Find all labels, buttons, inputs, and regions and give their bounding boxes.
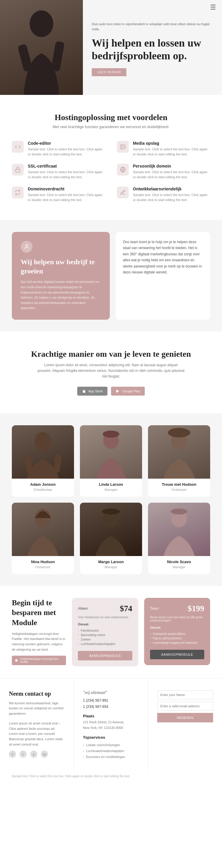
grow-info-text: Ons team komt je te hulp om je te helpen… [123, 239, 203, 275]
footer-section: Sample text. Click to select the text bo… [0, 772, 222, 784]
feature-persoonlijk-domein: Persoonlijk domein Sample text. Click to… [117, 164, 210, 179]
pricing-left: Begin tijd te besparen met Module Veilig… [12, 598, 66, 665]
grow-info: Ons team komt je te hulp om je te helpen… [116, 232, 210, 320]
team-price: $199 [188, 604, 204, 613]
team-card-trouw: Trouw met Hudson Ontwerper [148, 425, 210, 497]
hero-button[interactable]: LEES VERDER [92, 68, 126, 76]
solo-item-1: Aanmelding online [78, 633, 132, 637]
team-card-nicole: Nicole Scavo Manager [148, 503, 210, 574]
app-section: Krachtige manier om van je leven te geni… [0, 332, 222, 413]
svg-rect-5 [16, 169, 20, 172]
svg-rect-1 [17, 44, 33, 72]
contact-form: INDIENEN [157, 690, 213, 722]
feature-code-editor: Code-editor Sample text. Click to select… [12, 141, 105, 157]
team-section: Adam Jonson Ontwikkelaar Linda Larson Ma… [0, 413, 222, 586]
hosting-section: Hostingoplossing met voordelen Met veel … [0, 95, 222, 220]
contact-col-2: "wij allemaal" 1 (234) 567-891 1 (234) 5… [74, 679, 148, 772]
hero-small-text: Duis aute irure dolor in reprehenderit i… [92, 22, 213, 32]
hero-section: Duis aute irure dolor in reprehenderit i… [0, 0, 222, 95]
contact-services-title: Topservices [83, 735, 139, 740]
hero-title: Wij helpen en lossen uw bedrijfsprobleem… [92, 37, 213, 62]
persoonlijk-domein-icon [117, 164, 129, 176]
app-text: Lorem ipsum dolor sit amet, consectetur … [37, 362, 185, 380]
service-2: Excursies en rondleidingen [83, 754, 139, 760]
app-title: Krachtige manier om van je leven te geni… [12, 349, 210, 359]
nicole-role: Manager [173, 565, 185, 569]
contact-section: Neem contact op We kunnen betrouwbaarhei… [0, 678, 222, 772]
feature-ssl: SSL-certificaat Sample text. Click to se… [12, 164, 105, 179]
nicole-photo [148, 503, 210, 556]
contact-body: Lorem ipsum sit amet consult erat – Clio… [9, 721, 65, 747]
contact-email-input[interactable] [157, 702, 213, 711]
feature-ssl-text: Sample text. Click to select the text bo… [28, 169, 105, 179]
feature-domeinoverdracht-title: Domeinoverdracht [28, 187, 105, 191]
linkedin-icon[interactable]: in [41, 750, 48, 758]
solo-item-3: Luchtvaartmaatschappijen [78, 642, 132, 646]
contact-title: Neem contact op [9, 690, 65, 697]
feature-ontwikkelaarsvriendelijk-title: Ontwikkelaarsvriendelijk [133, 187, 210, 191]
solo-desc: Voor freelancers en solo-ondernemers [78, 616, 132, 619]
service-0: Lokale overschrijvingen [83, 742, 139, 748]
twitter-icon[interactable]: t [20, 750, 27, 758]
svg-point-0 [30, 10, 53, 37]
youtube-icon[interactable]: y [30, 750, 37, 758]
app-buttons: App Store Google Play [12, 387, 210, 396]
linda-name: Linda Larson [80, 482, 142, 487]
nicole-name: Nicole Scavo [148, 560, 210, 564]
grow-card: Wij helpen uw bedrijf te groeien Een ful… [12, 232, 110, 320]
solo-buy-button[interactable]: Aankoopmodule [78, 651, 132, 660]
team-item-2: Leverslange toegang tot toekomst [150, 641, 204, 645]
svg-point-13 [103, 431, 119, 438]
facebook-icon[interactable]: f [9, 750, 16, 758]
hero-content: Duis aute irure dolor in reprehenderit i… [83, 0, 222, 95]
feature-media-opslag: Media opslag Sample text. Click to selec… [117, 141, 210, 157]
svg-point-8 [26, 245, 28, 247]
nina-name: Nina Hudson [12, 560, 74, 564]
app-store-label: App Store [88, 390, 103, 393]
team-includes: Omvat: [150, 626, 204, 629]
feature-persoonlijk-domein-title: Persoonlijk domein [133, 164, 210, 168]
pricing-left-title: Begin tijd te besparen met Module [12, 598, 66, 628]
contact-place-title: Plaats [83, 714, 139, 718]
google-play-button[interactable]: Google Play [111, 387, 145, 396]
linda-role: Manager [105, 488, 117, 491]
solo-price: $74 [120, 604, 132, 613]
feature-domeinoverdracht-text: Sample text. Click to select the text bo… [28, 192, 105, 202]
linda-photo [80, 425, 142, 478]
feature-domeinoverdracht: Domeinoverdracht Sample text. Click to s… [12, 187, 105, 202]
team-item-1: Figma uitbreysysteem [150, 636, 204, 641]
svg-point-20 [171, 508, 187, 515]
team-list: Onbeperkt aantal editors Figma uitbreysy… [150, 632, 204, 645]
svg-point-18 [102, 508, 120, 515]
svg-rect-2 [51, 41, 65, 72]
adam-role: Ontwikkelaar [33, 488, 52, 491]
footer-note-text: Sample text. Click to select the text bo… [12, 775, 210, 778]
app-store-button[interactable]: App Store [77, 387, 108, 396]
pricing-section: Begin tijd te besparen met Module Veilig… [0, 586, 222, 678]
feature-ontwikkelaarsvriendelijk-text: Sample text. Click to select the text bo… [133, 192, 210, 202]
contact-submit-button[interactable]: INDIENEN [157, 713, 213, 722]
solo-item-0: Familiekosten [78, 628, 132, 633]
grow-section: Wij helpen uw bedrijf te groeien Een ful… [0, 220, 222, 332]
ontwikkelaarsvriendelijk-icon [117, 187, 129, 198]
trouw-photo [148, 425, 210, 478]
solo-list: Familiekosten Aanmelding online Zoeken L… [78, 628, 132, 646]
contact-phone-1: 1 (234) 567-891 [83, 698, 139, 704]
solo-item-2: Zoeken [78, 637, 132, 642]
contact-name-input[interactable] [157, 690, 213, 699]
hosting-title: Hostingoplossing met voordelen [12, 113, 210, 122]
team-card-linda: Linda Larson Manager [80, 425, 142, 497]
domeinoverdracht-icon [12, 187, 24, 198]
contact-address: 121 Rock Street, 21 Avenue, New York, NY… [83, 719, 139, 731]
nav-bar: ☰ [210, 4, 216, 11]
team-buy-button[interactable]: Aankoopmodule [150, 650, 204, 659]
hamburger-icon[interactable]: ☰ [210, 4, 216, 11]
feature-code-editor-text: Sample text. Click to select the text bo… [28, 147, 105, 157]
adam-name: Adam Jonson [12, 482, 74, 487]
svg-point-9 [35, 432, 51, 451]
svg-point-15 [168, 428, 190, 437]
svg-rect-10 [24, 454, 33, 473]
solo-includes: Omvat: [78, 622, 132, 626]
contact-quote: "wij allemaal" [83, 690, 139, 695]
contact-phone-2: 1 (234) 567-654 [83, 704, 139, 710]
